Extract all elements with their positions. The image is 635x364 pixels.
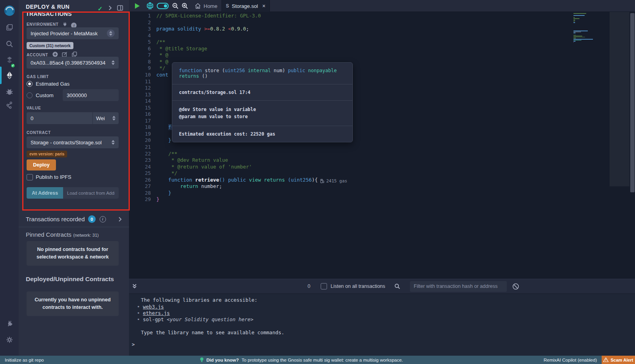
code-editor[interactable]: 1// SPDX-License-Identifier: GPL-3.023pr…: [129, 12, 635, 279]
environment-label-row: ENVIRONMENT i: [27, 20, 77, 28]
tooltip-signature: function store (uint256 internal num) pu…: [172, 63, 352, 84]
minimap-viewport[interactable]: [610, 12, 629, 186]
terminal-search-icon: [394, 283, 400, 289]
plug-icon: [63, 22, 67, 27]
copilot-toggle[interactable]: [157, 0, 169, 12]
zoom-in-icon[interactable]: [181, 0, 189, 12]
solidity-compiler-icon[interactable]: ✓: [0, 54, 19, 67]
git-icon[interactable]: [0, 98, 19, 112]
code-line: 7 * @: [129, 52, 635, 58]
env-ok-check-icon: ✓: [98, 5, 103, 12]
git-init-status[interactable]: Initialize as git repo: [5, 358, 44, 362]
tooltip-docs: @dev Store value in variable@param num v…: [172, 101, 352, 126]
clear-console-icon[interactable]: [512, 283, 519, 290]
sign-message-icon[interactable]: [62, 52, 67, 57]
run-script-icon[interactable]: [135, 0, 140, 12]
tooltip-location: contracts/Storage.sol 17:4: [172, 84, 352, 101]
code-line: 29}: [129, 196, 635, 203]
code-line: 5/**: [129, 38, 635, 45]
copy-account-icon[interactable]: [72, 52, 77, 57]
settings-gear-icon[interactable]: [0, 333, 19, 347]
custom-gas-radio[interactable]: [27, 92, 33, 98]
search-icon[interactable]: [0, 37, 19, 51]
terminal-prompt[interactable]: >: [132, 341, 135, 347]
tab-storage-sol[interactable]: S Storage.sol ×: [221, 0, 270, 12]
value-input[interactable]: [27, 112, 92, 124]
minimap-line: [573, 33, 575, 33]
scam-alert-button[interactable]: Scam Alert: [602, 356, 635, 364]
file-explorer-icon[interactable]: [0, 21, 19, 34]
terminal-link[interactable]: ethers.js: [143, 310, 170, 316]
transactions-count-badge: 0: [88, 215, 96, 223]
code-line: 27 return number;: [129, 183, 635, 190]
tab-home[interactable]: Home: [189, 0, 223, 12]
transaction-filter-input[interactable]: [410, 281, 507, 292]
did-you-know-tip: Did you know? To prototype using the Gno…: [200, 357, 403, 362]
unpinned-contracts-title: Deployed/Unpinned Contracts: [26, 276, 114, 283]
minimap-line: [573, 21, 575, 22]
contract-label: CONTRACT: [27, 130, 51, 135]
icon-sidebar: ✓: [0, 0, 19, 356]
minimap-line: [573, 35, 576, 36]
deploy-button[interactable]: Deploy: [27, 159, 56, 171]
minimap-line: [573, 40, 581, 41]
pin-panel-icon[interactable]: [117, 5, 123, 11]
code-line: 26 function retrieve() public view retur…: [129, 176, 635, 183]
publish-ipfs-label: Publish to IPFS: [36, 174, 71, 180]
at-address-button[interactable]: At Address: [27, 187, 63, 199]
lightbulb-icon: [200, 357, 204, 362]
collapse-terminal-icon[interactable]: [132, 284, 137, 289]
value-label: VALUE: [27, 106, 41, 110]
evm-version-badge: evm version: paris: [27, 151, 67, 157]
publish-ipfs-checkbox[interactable]: [27, 174, 33, 180]
terminal-line: • ethers.js: [137, 310, 170, 316]
terminal-line: • sol-gpt <your Solidity question here>: [137, 316, 254, 322]
minimap-line: [573, 17, 575, 18]
compile-success-badge: ✓: [10, 63, 15, 68]
contract-stepper-icon: [112, 140, 115, 145]
minimap-line: [573, 19, 575, 20]
code-line: 24 * @return value of 'number': [129, 163, 635, 170]
panel-forward-icon[interactable]: [108, 5, 112, 11]
close-tab-icon[interactable]: ×: [262, 3, 266, 9]
hover-tooltip: function store (uint256 internal num) pu…: [172, 62, 353, 142]
terminal-link[interactable]: web3.js: [143, 304, 164, 310]
contract-select[interactable]: Storage - contracts/Storage.sol: [27, 136, 119, 148]
minimap-line: [573, 38, 576, 38]
value-unit-select[interactable]: Wei: [93, 115, 119, 121]
terminal-line: Type the library name to see available c…: [141, 330, 284, 335]
unit-stepper-icon: [112, 116, 115, 121]
minimap-line: [573, 32, 581, 33]
code-line: 3pragma solidity >=0.8.2 <0.9.0;: [129, 25, 635, 32]
remix-logo[interactable]: [0, 2, 19, 21]
ai-assistant-icon[interactable]: [146, 0, 154, 12]
panel-title: DEPLOY & RUN TRANSACTIONS: [26, 3, 97, 17]
environment-stepper-icon: [107, 29, 115, 37]
custom-gas-input[interactable]: [63, 89, 119, 101]
plugin-manager-icon[interactable]: [0, 317, 19, 331]
deploy-run-icon[interactable]: [0, 68, 19, 82]
code-line: 1// SPDX-License-Identifier: GPL-3.0: [129, 12, 635, 19]
unpinned-empty-message: Currently you have no unpinned contracts…: [27, 291, 119, 316]
code-line: 22 /**: [129, 150, 635, 157]
account-stepper-icon: [112, 60, 115, 65]
transactions-expand-icon[interactable]: [118, 216, 122, 222]
tooltip-gas-cost: Estimated execution cost: 22520 gas: [172, 126, 352, 142]
copilot-status[interactable]: RemixAI Copilot (enabled): [544, 358, 597, 362]
transactions-info-icon[interactable]: i: [100, 216, 106, 222]
account-select[interactable]: 0xA03...85ac4 (0.398673504934: [27, 57, 119, 69]
estimated-gas-radio[interactable]: [27, 81, 33, 87]
minimap-line: [573, 42, 574, 43]
debugger-icon[interactable]: [0, 85, 19, 98]
account-value: 0xA03...85ac4 (0.398673504934: [31, 60, 106, 66]
editor-scrollbar[interactable]: [630, 13, 635, 192]
minimap-line: [573, 15, 585, 16]
at-address-input[interactable]: [63, 187, 119, 199]
transactions-recorded-row: Transactions recorded 0 i: [26, 215, 122, 223]
minimap-line: [573, 13, 586, 14]
listen-all-transactions-checkbox[interactable]: [321, 283, 327, 289]
zoom-out-icon[interactable]: [172, 0, 179, 12]
environment-select[interactable]: Injected Provider - MetaMask: [27, 27, 119, 39]
add-account-icon[interactable]: [52, 52, 58, 57]
terminal: 0 Listen on all transactions > The follo…: [129, 279, 635, 356]
